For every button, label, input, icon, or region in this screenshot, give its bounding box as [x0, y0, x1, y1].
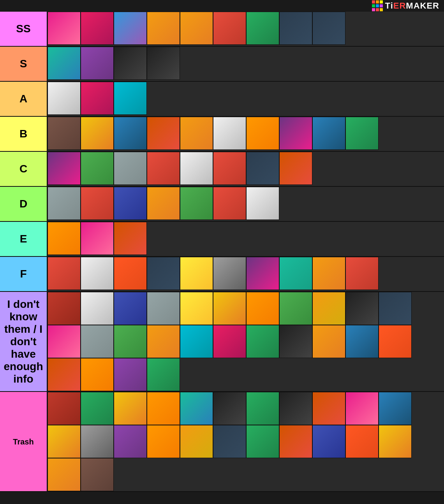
tier-item[interactable]	[48, 292, 81, 325]
tier-item[interactable]	[114, 358, 147, 391]
tier-item[interactable]	[114, 222, 147, 255]
tier-item[interactable]	[379, 425, 412, 458]
tier-item[interactable]	[213, 187, 246, 220]
tier-item[interactable]	[379, 292, 412, 325]
tier-item[interactable]	[147, 47, 180, 80]
tier-item[interactable]	[48, 117, 81, 150]
tier-item[interactable]	[147, 187, 180, 220]
tier-item[interactable]	[48, 187, 81, 220]
tier-item[interactable]	[246, 12, 279, 45]
tier-item[interactable]	[312, 257, 345, 290]
tier-item[interactable]	[379, 392, 412, 425]
tier-item[interactable]	[81, 12, 114, 45]
tier-item[interactable]	[246, 392, 279, 425]
tier-item[interactable]	[180, 292, 213, 325]
tier-item[interactable]	[147, 358, 180, 391]
tier-item[interactable]	[48, 257, 81, 290]
tier-item[interactable]	[213, 117, 246, 150]
tier-item[interactable]	[147, 12, 180, 45]
tier-item[interactable]	[180, 187, 213, 220]
tier-item[interactable]	[279, 425, 312, 458]
tier-item[interactable]	[279, 152, 312, 185]
tier-item[interactable]	[279, 12, 312, 45]
tier-item[interactable]	[114, 152, 147, 185]
tier-item[interactable]	[114, 117, 147, 150]
tier-item[interactable]	[81, 358, 114, 391]
tier-item[interactable]	[48, 222, 81, 255]
tier-item[interactable]	[48, 325, 81, 358]
tier-item[interactable]	[48, 458, 81, 491]
tier-item[interactable]	[147, 392, 180, 425]
tier-item[interactable]	[279, 392, 312, 425]
tier-item[interactable]	[213, 152, 246, 185]
tier-item[interactable]	[48, 425, 81, 458]
tier-item[interactable]	[48, 152, 81, 185]
tier-item[interactable]	[345, 117, 379, 150]
tier-item[interactable]	[312, 117, 345, 150]
tier-item[interactable]	[246, 187, 279, 220]
tier-item[interactable]	[246, 257, 279, 290]
tier-item[interactable]	[213, 425, 246, 458]
tier-item[interactable]	[114, 187, 147, 220]
tier-item[interactable]	[279, 117, 312, 150]
tier-item[interactable]	[213, 292, 246, 325]
tier-item[interactable]	[81, 325, 114, 358]
tier-item[interactable]	[48, 82, 81, 115]
tier-item[interactable]	[114, 12, 147, 45]
tier-item[interactable]	[345, 425, 379, 458]
tier-item[interactable]	[81, 222, 114, 255]
tier-item[interactable]	[312, 425, 345, 458]
tier-item[interactable]	[213, 325, 246, 358]
tier-item[interactable]	[246, 425, 279, 458]
tier-item[interactable]	[180, 392, 213, 425]
tier-item[interactable]	[147, 117, 180, 150]
tier-item[interactable]	[81, 458, 114, 491]
tier-item[interactable]	[81, 257, 114, 290]
tier-item[interactable]	[312, 325, 345, 358]
tier-item[interactable]	[246, 152, 279, 185]
tier-item[interactable]	[379, 325, 412, 358]
tier-item[interactable]	[279, 257, 312, 290]
tier-item[interactable]	[114, 425, 147, 458]
tier-item[interactable]	[114, 257, 147, 290]
tier-item[interactable]	[48, 358, 81, 391]
tier-item[interactable]	[180, 12, 213, 45]
tier-item[interactable]	[312, 392, 345, 425]
tier-item[interactable]	[279, 292, 312, 325]
tier-item[interactable]	[114, 82, 147, 115]
tier-item[interactable]	[114, 292, 147, 325]
tier-item[interactable]	[81, 152, 114, 185]
tier-item[interactable]	[81, 82, 114, 115]
tier-item[interactable]	[279, 325, 312, 358]
tier-item[interactable]	[180, 257, 213, 290]
tier-item[interactable]	[246, 292, 279, 325]
tier-item[interactable]	[81, 292, 114, 325]
tier-item[interactable]	[81, 425, 114, 458]
tier-item[interactable]	[147, 257, 180, 290]
tier-item[interactable]	[246, 117, 279, 150]
tier-item[interactable]	[114, 325, 147, 358]
tier-item[interactable]	[48, 47, 81, 80]
tier-item[interactable]	[312, 12, 345, 45]
tier-item[interactable]	[48, 12, 81, 45]
tier-item[interactable]	[180, 117, 213, 150]
tier-item[interactable]	[246, 325, 279, 358]
tier-item[interactable]	[81, 187, 114, 220]
tier-item[interactable]	[345, 292, 379, 325]
tier-item[interactable]	[180, 425, 213, 458]
tier-item[interactable]	[312, 292, 345, 325]
tier-item[interactable]	[147, 425, 180, 458]
tier-item[interactable]	[48, 392, 81, 425]
tier-item[interactable]	[180, 325, 213, 358]
tier-item[interactable]	[213, 257, 246, 290]
tier-item[interactable]	[213, 392, 246, 425]
tier-item[interactable]	[147, 325, 180, 358]
tier-item[interactable]	[147, 152, 180, 185]
tier-item[interactable]	[345, 325, 379, 358]
tier-item[interactable]	[345, 392, 379, 425]
tier-item[interactable]	[114, 47, 147, 80]
tier-item[interactable]	[81, 47, 114, 80]
tier-item[interactable]	[147, 292, 180, 325]
tier-item[interactable]	[180, 152, 213, 185]
tier-item[interactable]	[213, 12, 246, 45]
